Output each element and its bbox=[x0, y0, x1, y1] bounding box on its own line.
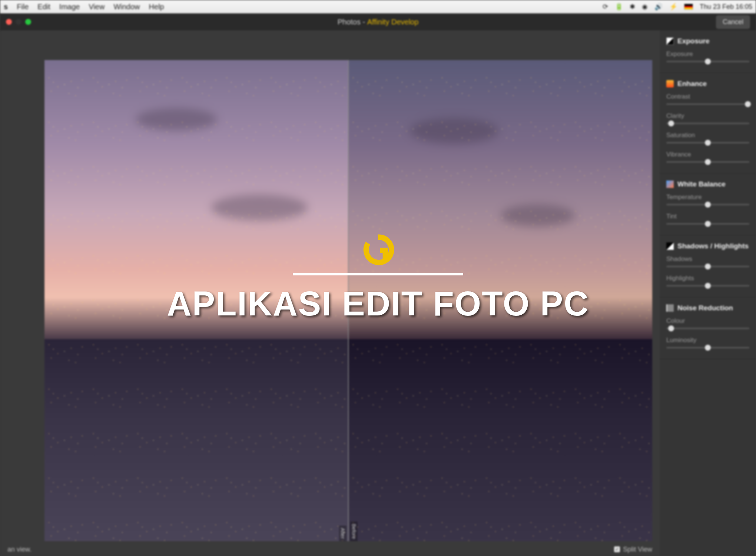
slider-thumb[interactable] bbox=[705, 59, 711, 64]
param-label: Temperature bbox=[666, 193, 749, 201]
power-icon[interactable]: ⚡ bbox=[669, 3, 677, 11]
param-highlights: Highlights bbox=[666, 275, 749, 287]
noise-reduction-icon bbox=[666, 304, 674, 312]
slider-thumb[interactable] bbox=[705, 221, 711, 227]
menu-image[interactable]: Image bbox=[59, 3, 80, 11]
param-label: Shadows bbox=[666, 255, 749, 263]
slider-thumb[interactable] bbox=[705, 140, 711, 146]
slider[interactable] bbox=[666, 285, 749, 287]
panel-section-noise-reduction: Noise ReductionColourLuminosity bbox=[660, 297, 756, 359]
slider[interactable] bbox=[666, 103, 749, 105]
input-language-flag[interactable] bbox=[684, 4, 693, 10]
param-tint: Tint bbox=[666, 213, 749, 225]
slider[interactable] bbox=[666, 161, 749, 163]
param-label: Luminosity bbox=[666, 337, 749, 344]
param-label: Saturation bbox=[666, 132, 749, 139]
panel-section-white-balance: White BalanceTemperatureTint bbox=[660, 173, 756, 235]
menu-window[interactable]: Window bbox=[113, 3, 140, 11]
slider[interactable] bbox=[666, 204, 749, 205]
param-label: Vibrance bbox=[666, 151, 749, 158]
shadows-highlights-icon bbox=[666, 242, 674, 250]
param-colour: Colour bbox=[666, 317, 749, 329]
slider[interactable] bbox=[666, 328, 749, 329]
param-luminosity: Luminosity bbox=[666, 337, 749, 348]
exposure-icon bbox=[666, 37, 674, 45]
param-label: Tint bbox=[666, 213, 749, 220]
mac-menubar: sFileEditImageViewWindowHelp ⟳ 🔋 ✱ ◉ 🔊 ⚡… bbox=[0, 0, 756, 13]
slider-thumb[interactable] bbox=[705, 345, 711, 351]
param-label: Highlights bbox=[666, 275, 749, 282]
section-header[interactable]: Enhance bbox=[666, 80, 749, 88]
checkbox-icon: ✓ bbox=[614, 546, 620, 552]
battery-icon[interactable]: 🔋 bbox=[615, 3, 623, 11]
after-label: After bbox=[339, 526, 346, 541]
slider-thumb[interactable] bbox=[668, 325, 674, 331]
bluetooth-icon[interactable]: ✱ bbox=[630, 3, 635, 11]
slider-thumb[interactable] bbox=[705, 202, 711, 208]
param-label: Colour bbox=[666, 317, 749, 325]
menu-help[interactable]: Help bbox=[149, 3, 164, 11]
slider[interactable] bbox=[666, 61, 749, 62]
develop-panel: ExposureExposureEnhanceContrastClaritySa… bbox=[660, 30, 756, 556]
menu-edit[interactable]: Edit bbox=[37, 3, 50, 11]
window-titlebar: Photos - Affinity Develop Cancel bbox=[0, 13, 756, 30]
section-header[interactable]: White Balance bbox=[666, 180, 749, 188]
slider-thumb[interactable] bbox=[668, 120, 674, 126]
slider[interactable] bbox=[666, 123, 749, 124]
cloud-sync-icon[interactable]: ⟳ bbox=[603, 3, 608, 11]
split-view-toggle[interactable]: ✓ Split View bbox=[614, 546, 652, 553]
param-vibrance: Vibrance bbox=[666, 151, 749, 163]
section-title: Noise Reduction bbox=[677, 304, 733, 312]
panel-section-exposure: ExposureExposure bbox=[660, 30, 756, 73]
cancel-button[interactable]: Cancel bbox=[716, 15, 750, 29]
section-title: White Balance bbox=[677, 180, 726, 188]
section-title: Enhance bbox=[677, 80, 707, 88]
window-close-button[interactable] bbox=[6, 19, 12, 25]
param-label: Contrast bbox=[666, 93, 749, 100]
menubar-clock: Thu 23 Feb 16:05 bbox=[700, 3, 752, 11]
enhance-icon bbox=[666, 80, 674, 87]
section-title: Shadows / Highlights bbox=[677, 242, 749, 250]
section-title: Exposure bbox=[677, 37, 710, 45]
window-maximize-button[interactable] bbox=[25, 19, 31, 25]
status-text: an view. bbox=[7, 546, 32, 553]
param-shadows: Shadows bbox=[666, 255, 749, 267]
slider-thumb[interactable] bbox=[705, 159, 711, 165]
slider-thumb[interactable] bbox=[705, 283, 711, 289]
white-balance-icon bbox=[666, 181, 674, 188]
preview-after: After bbox=[44, 60, 348, 541]
slider-thumb[interactable] bbox=[705, 264, 711, 269]
param-exposure: Exposure bbox=[666, 50, 749, 62]
slider[interactable] bbox=[666, 266, 749, 267]
preview-before: Before bbox=[349, 60, 652, 541]
section-header[interactable]: Noise Reduction bbox=[666, 304, 749, 312]
param-temperature: Temperature bbox=[666, 193, 749, 205]
window-title: Photos - Affinity Develop bbox=[338, 18, 419, 26]
slider[interactable] bbox=[666, 347, 749, 348]
window-minimize-button[interactable] bbox=[16, 19, 21, 25]
split-preview[interactable]: After Before bbox=[44, 60, 652, 541]
param-label: Exposure bbox=[666, 50, 749, 58]
volume-icon[interactable]: 🔊 bbox=[654, 3, 663, 11]
slider[interactable] bbox=[666, 223, 749, 225]
status-bar: an view. ✓ Split View bbox=[0, 543, 660, 556]
section-header[interactable]: Exposure bbox=[666, 37, 749, 45]
param-contrast: Contrast bbox=[666, 93, 749, 105]
menu-view[interactable]: View bbox=[89, 3, 105, 11]
section-header[interactable]: Shadows / Highlights bbox=[666, 242, 749, 250]
param-clarity: Clarity bbox=[666, 112, 749, 124]
canvas-area: After Before an view. ✓ Split View bbox=[0, 30, 660, 556]
menu-file[interactable]: File bbox=[17, 3, 29, 11]
wifi-icon[interactable]: ◉ bbox=[642, 3, 648, 11]
panel-section-shadows-highlights: Shadows / HighlightsShadowsHighlights bbox=[660, 235, 756, 297]
slider[interactable] bbox=[666, 142, 749, 143]
param-label: Clarity bbox=[666, 112, 749, 120]
panel-section-enhance: EnhanceContrastClaritySaturationVibrance bbox=[660, 73, 756, 173]
param-saturation: Saturation bbox=[666, 132, 749, 143]
slider-thumb[interactable] bbox=[745, 101, 751, 107]
before-label: Before bbox=[350, 522, 358, 541]
